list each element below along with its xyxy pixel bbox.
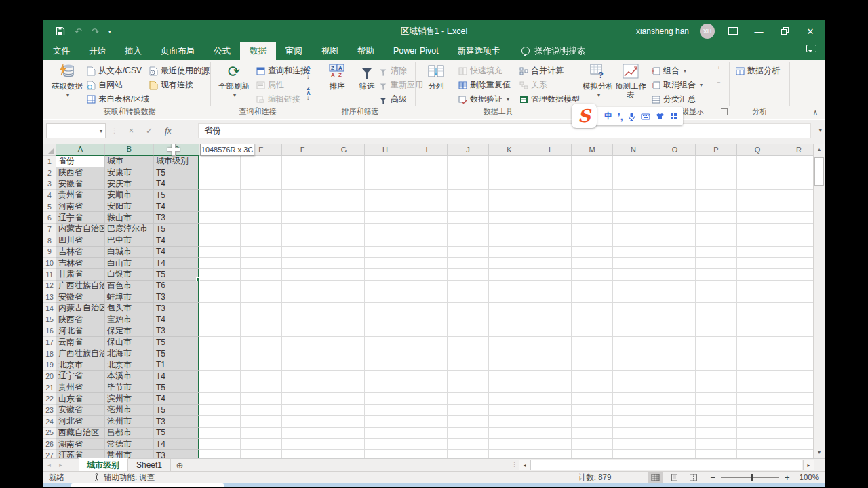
- ribbon-tab-数据[interactable]: 数据: [240, 42, 276, 60]
- ribbon-tab-Power Pivot[interactable]: Power Pivot: [384, 42, 448, 60]
- cell-A22[interactable]: 山东省: [56, 393, 105, 405]
- ime-skin-icon[interactable]: [656, 113, 665, 120]
- cell-L5[interactable]: [530, 201, 572, 213]
- cell-B18[interactable]: 北海市: [105, 348, 154, 360]
- cell-M19[interactable]: [572, 359, 613, 371]
- cell-B21[interactable]: 毕节市: [105, 382, 154, 394]
- row-number-21[interactable]: 21: [43, 382, 56, 394]
- cell-A4[interactable]: 贵州省: [56, 190, 105, 201]
- cell-I14[interactable]: [406, 303, 448, 314]
- cell-A7[interactable]: 内蒙古自治区: [56, 224, 105, 235]
- cell-C15[interactable]: T4: [154, 314, 199, 326]
- cell-H18[interactable]: [365, 348, 406, 360]
- cell-C13[interactable]: T3: [154, 291, 199, 303]
- enter-icon[interactable]: ✓: [146, 126, 153, 136]
- ungroup-button[interactable]: 取消组合 ▾: [652, 78, 703, 92]
- cell-R27[interactable]: [778, 450, 813, 458]
- cell-B2[interactable]: 安康市: [105, 167, 154, 179]
- cell-P2[interactable]: [696, 167, 737, 179]
- cell-K26[interactable]: [489, 439, 530, 450]
- cell-L11[interactable]: [530, 269, 572, 281]
- cell-D11[interactable]: [199, 269, 241, 281]
- cell-A27[interactable]: 江苏省: [56, 450, 105, 458]
- from-text-csv-button[interactable]: 从文本/CSV: [87, 64, 149, 78]
- cell-C14[interactable]: T3: [154, 303, 199, 314]
- cell-O26[interactable]: [654, 439, 696, 450]
- cell-L25[interactable]: [530, 428, 572, 439]
- redo-icon[interactable]: ↷: [92, 26, 99, 37]
- cell-K2[interactable]: [489, 167, 530, 179]
- ime-punctuation-icon[interactable]: ’,: [618, 111, 623, 122]
- cell-E2[interactable]: [241, 167, 282, 179]
- ribbon-display-options-icon[interactable]: [726, 26, 741, 37]
- cell-F21[interactable]: [282, 382, 323, 394]
- ime-toolbox-icon[interactable]: [670, 113, 677, 120]
- cell-I3[interactable]: [406, 178, 448, 190]
- cell-O21[interactable]: [654, 382, 696, 394]
- cell-N25[interactable]: [613, 428, 654, 439]
- cell-P25[interactable]: [696, 428, 737, 439]
- cell-J3[interactable]: [448, 178, 489, 190]
- cell-J26[interactable]: [448, 439, 489, 450]
- cell-E23[interactable]: [241, 405, 282, 416]
- cell-M15[interactable]: [572, 314, 613, 326]
- cell-N23[interactable]: [613, 405, 654, 416]
- cell-R2[interactable]: [778, 167, 813, 179]
- cell-H22[interactable]: [365, 393, 406, 405]
- cell-I11[interactable]: [406, 269, 448, 281]
- sogou-logo[interactable]: S: [572, 104, 597, 128]
- cell-M20[interactable]: [572, 371, 613, 382]
- cell-J14[interactable]: [448, 303, 489, 314]
- cell-Q4[interactable]: [737, 190, 778, 201]
- cell-G8[interactable]: [323, 235, 365, 247]
- cell-B16[interactable]: 保定市: [105, 325, 154, 337]
- cell-E24[interactable]: [241, 416, 282, 428]
- cell-O7[interactable]: [654, 224, 696, 235]
- cell-L20[interactable]: [530, 371, 572, 382]
- cell-H19[interactable]: [365, 359, 406, 371]
- column-header-O[interactable]: O: [654, 144, 696, 156]
- cell-O13[interactable]: [654, 291, 696, 303]
- name-box[interactable]: ▾: [46, 123, 106, 138]
- cell-G18[interactable]: [323, 348, 365, 360]
- cell-O9[interactable]: [654, 247, 696, 258]
- cell-J5[interactable]: [448, 201, 489, 213]
- cell-Q24[interactable]: [737, 416, 778, 428]
- name-box-dropdown-icon[interactable]: ▾: [96, 124, 105, 138]
- cell-C6[interactable]: T3: [154, 212, 199, 224]
- cell-O8[interactable]: [654, 235, 696, 247]
- ribbon-tab-审阅[interactable]: 审阅: [276, 42, 312, 60]
- cell-N7[interactable]: [613, 224, 654, 235]
- cell-R24[interactable]: [778, 416, 813, 428]
- cell-G20[interactable]: [323, 371, 365, 382]
- cell-E16[interactable]: [241, 325, 282, 337]
- cell-F10[interactable]: [282, 258, 323, 269]
- cell-B15[interactable]: 宝鸡市: [105, 314, 154, 326]
- cell-K13[interactable]: [489, 291, 530, 303]
- cell-J4[interactable]: [448, 190, 489, 201]
- cell-M14[interactable]: [572, 303, 613, 314]
- cell-N9[interactable]: [613, 247, 654, 258]
- cell-H26[interactable]: [365, 439, 406, 450]
- row-number-10[interactable]: 10: [43, 258, 56, 269]
- cell-O23[interactable]: [654, 405, 696, 416]
- cell-R25[interactable]: [778, 428, 813, 439]
- cell-F25[interactable]: [282, 428, 323, 439]
- cell-L16[interactable]: [530, 325, 572, 337]
- cell-G13[interactable]: [323, 291, 365, 303]
- cell-D8[interactable]: [199, 235, 241, 247]
- row-number-12[interactable]: 12: [43, 281, 56, 292]
- cell-J19[interactable]: [448, 359, 489, 371]
- cell-L15[interactable]: [530, 314, 572, 326]
- cell-P14[interactable]: [696, 303, 737, 314]
- cell-M18[interactable]: [572, 348, 613, 360]
- cell-R3[interactable]: [778, 178, 813, 190]
- cell-P27[interactable]: [696, 450, 737, 458]
- user-name[interactable]: xiansheng han: [636, 26, 689, 36]
- cell-M16[interactable]: [572, 325, 613, 337]
- cell-C3[interactable]: T4: [154, 178, 199, 190]
- cell-G12[interactable]: [323, 281, 365, 292]
- qat-customize-icon[interactable]: ▾: [108, 28, 111, 35]
- cell-Q5[interactable]: [737, 201, 778, 213]
- cell-B7[interactable]: 巴彦淖尔市: [105, 224, 154, 235]
